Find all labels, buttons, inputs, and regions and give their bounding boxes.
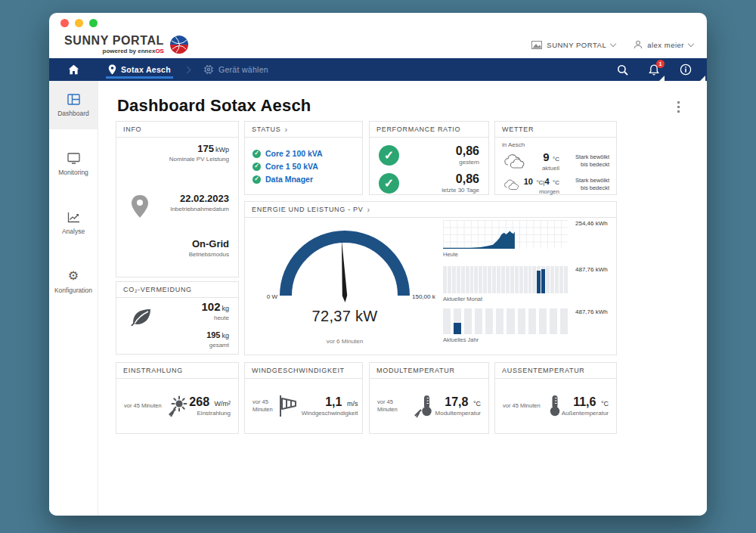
chart-bar — [559, 266, 563, 293]
chart-label: Heute — [443, 251, 568, 258]
windsock-icon — [276, 394, 302, 418]
user-menu[interactable]: alex meier — [634, 40, 693, 49]
check-circle-icon: ✓ — [379, 145, 399, 166]
energy-chart-today: Heute 254,46 kWh — [443, 220, 608, 258]
chart-bar — [443, 266, 447, 293]
chart-bar — [461, 266, 465, 293]
chart-total: 487,76 kWh — [575, 266, 608, 273]
co2-card-header: CO₂-VERMEIDUNG — [116, 282, 238, 298]
co2-total: 195kg gesamt — [206, 327, 229, 349]
chart-bar — [496, 308, 503, 334]
chart-bar — [497, 266, 500, 293]
status-device-link[interactable]: ✓Core 1 50 kVA — [253, 162, 355, 171]
dashboard-icon — [67, 94, 80, 105]
chart-bar — [537, 266, 541, 293]
close-window-button[interactable] — [60, 19, 69, 27]
outside-temperature-card: AUSSENTEMPERATUR vor 45 Minuten 11,6 °C … — [494, 362, 617, 434]
location-pin-icon — [108, 64, 116, 75]
irradiation-card: EINSTRAHLUNG vor 45 Minuten 268 W/m² — [116, 362, 239, 434]
page-title: Dashboard Sotax Aesch — [117, 96, 311, 116]
user-name: alex meier — [647, 41, 684, 49]
chart-total: 254,46 kWh — [575, 220, 608, 227]
chart-bar — [555, 266, 559, 293]
performance-row-30days: ✓ 0,86letzte 30 Tage — [370, 172, 488, 194]
portal-icon — [531, 41, 542, 49]
power-gauge: 0 W 150,00 kW — [254, 220, 435, 303]
search-button[interactable] — [617, 64, 628, 76]
chart-bar — [464, 308, 472, 334]
home-button[interactable] — [49, 58, 98, 81]
chart-bar — [515, 266, 519, 293]
chart-bar — [539, 308, 547, 334]
irradiation-card-header: EINSTRAHLUNG — [116, 363, 238, 379]
clouds-icon — [502, 178, 522, 191]
sidebar-item-analyse[interactable]: Analyse — [49, 199, 98, 247]
breadcrumb-site-tab[interactable]: Sotax Aesch — [98, 58, 181, 81]
logo-subtitle: powered by ennexOS — [103, 48, 164, 54]
weather-tomorrow-description: Stark bewölktbis bedeckt — [565, 177, 609, 192]
portal-selector-label: SUNNY PORTAL — [547, 41, 606, 49]
weather-now-row: 9 °C aktuell Stark bewölktbis bedeckt — [495, 148, 616, 172]
monitor-icon — [67, 153, 80, 164]
chart-bar — [519, 266, 523, 293]
zoom-window-button[interactable] — [89, 19, 98, 27]
chart-bar — [560, 308, 568, 334]
chart-bar — [528, 266, 532, 293]
energy-power-card: ENERGIE UND LEISTUNG - PV 0 W 150,00 kW … — [244, 201, 617, 355]
breadcrumb-site-label: Sotax Aesch — [121, 65, 171, 74]
status-device-link[interactable]: ✓Core 2 100 kVA — [253, 149, 355, 158]
chart-bar — [532, 266, 536, 293]
notifications-button[interactable]: 1 — [649, 64, 659, 76]
performance-ratio-card: PERFORMANCE RATIO ✓ 0,86gestern ✓ 0,86le… — [369, 121, 489, 195]
sidebar-item-label: Monitoring — [58, 169, 88, 176]
chart-bar — [550, 266, 554, 293]
chart-bar — [457, 266, 460, 293]
module-temp-value: 17,8 °C Modultemperatur — [435, 395, 481, 417]
leaf-icon — [130, 306, 153, 327]
chart-bar — [546, 266, 550, 293]
chart-label: Aktuelles Jahr — [443, 336, 568, 343]
chevron-down-icon — [688, 40, 694, 46]
weather-card: WETTER in Aesch 9 °C aktuell Stark bewöl… — [494, 121, 617, 195]
main-navbar: Sotax Aesch Gerät wählen 1 — [49, 58, 707, 81]
sidebar-item-label: Analyse — [62, 228, 85, 235]
wind-speed-card: WINDGESCHWINDIGKEIT vor 45 Minuten 1,1 m… — [244, 362, 363, 434]
minimize-window-button[interactable] — [75, 19, 83, 27]
chart-bar — [492, 266, 496, 293]
check-circle-icon: ✓ — [379, 173, 399, 194]
status-device-link[interactable]: ✓Data Mnager — [253, 175, 355, 184]
chart-bar — [564, 266, 568, 293]
sidebar-item-dashboard[interactable]: Dashboard — [49, 81, 98, 129]
device-select-label: Gerät wählen — [218, 65, 268, 74]
info-card: INFO 175kWp Nominale PV Leistung 22.02.2… — [116, 121, 239, 277]
portal-selector-menu[interactable]: SUNNY PORTAL — [531, 41, 615, 49]
clouds-icon — [502, 153, 528, 169]
main-content: Dashboard Sotax Aesch INFO 175kWp Nomina… — [98, 81, 707, 516]
energy-card-header[interactable]: ENERGIE UND LEISTUNG - PV — [245, 202, 616, 218]
chart-total: 487,76 kWh — [575, 308, 608, 315]
outside-temp-value: 11,6 °C Außentemperatur — [562, 395, 609, 417]
sidebar-item-label: Konfiguration — [54, 287, 92, 294]
chart-bar — [488, 266, 491, 293]
chart-bar — [518, 308, 525, 334]
weather-tomorrow-row: 10 °C|4 °C morgen Stark bewölktbis bedec… — [495, 172, 616, 195]
device-select-tab[interactable]: Gerät wählen — [193, 58, 279, 81]
line-chart-icon — [67, 212, 80, 223]
gauge-max-label: 150,00 kW — [412, 293, 435, 300]
status-card-header[interactable]: STATUS — [245, 122, 362, 138]
sidebar-item-monitoring[interactable]: Monitoring — [49, 140, 98, 188]
irradiation-value: 268 W/m² Einstrahlung — [189, 395, 231, 417]
sidebar-item-konfiguration[interactable]: ⚙ Konfiguration — [49, 258, 98, 306]
page-options-menu[interactable] — [675, 99, 682, 115]
info-commissioning-date: 22.02.2023 Inbetriebnahmedatum — [170, 191, 229, 212]
map-pin-icon — [130, 194, 150, 218]
chart-bar — [479, 266, 482, 293]
chart-bar — [474, 266, 478, 293]
weather-card-header: WETTER — [495, 122, 616, 138]
sidebar: Dashboard Monitoring Analyse ⚙ Konfigura… — [49, 81, 98, 516]
info-button[interactable] — [680, 64, 692, 76]
performance-row-yesterday: ✓ 0,86gestern — [370, 144, 488, 166]
sunny-portal-logo[interactable]: SUNNY PORTAL powered by ennexOS — [64, 35, 189, 54]
chart-bar — [528, 308, 536, 334]
timestamp: vor 45 Minuten — [377, 398, 410, 414]
